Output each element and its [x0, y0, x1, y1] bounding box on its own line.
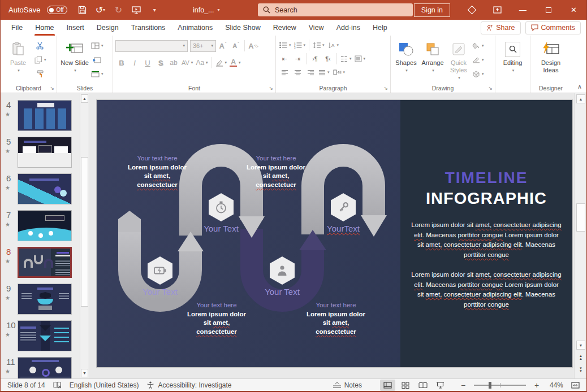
cut-button[interactable]: [33, 40, 48, 52]
justify-button[interactable]: ▾: [317, 66, 331, 79]
start-slideshow-button[interactable]: [128, 0, 144, 20]
tab-design[interactable]: Design: [90, 20, 125, 36]
slide-layout-button[interactable]: ▾: [90, 40, 105, 52]
fit-slide-to-window-button[interactable]: [568, 380, 583, 391]
zoom-level[interactable]: 44%: [544, 381, 563, 389]
align-center-button[interactable]: [291, 66, 304, 79]
accessibility-status[interactable]: Accessibility: Investigate: [146, 381, 231, 389]
step-label[interactable]: Your Text: [129, 287, 191, 297]
spell-check-button[interactable]: [53, 381, 62, 389]
slide-right-panel[interactable]: TIMELINE INFOGRAPHIC Lorem ipsum dolor s…: [400, 100, 572, 367]
timeline-text-block[interactable]: Your text here Lorem ipsum dolor sit ame…: [294, 301, 378, 336]
copy-button[interactable]: ▾: [33, 54, 48, 66]
shapes-button[interactable]: Shapes ▾: [393, 38, 419, 74]
scroll-down-button[interactable]: ▼: [576, 341, 585, 350]
zoom-slider[interactable]: [474, 385, 526, 386]
slide-thumbnail[interactable]: [18, 100, 72, 131]
reading-view-button[interactable]: [415, 380, 430, 391]
step-label[interactable]: Your Text: [190, 224, 252, 233]
convert-to-smartart-button[interactable]: ▾: [332, 66, 347, 79]
maximize-button[interactable]: [536, 0, 561, 20]
paragraph-dialog-launcher[interactable]: ↘: [383, 86, 388, 91]
step-label[interactable]: Your Text: [251, 287, 313, 297]
comments-button[interactable]: Comments: [525, 21, 581, 34]
new-slide-button[interactable]: New Slide ▾: [59, 38, 90, 74]
slide-body-text[interactable]: Lorem ipsum dolor sit amet, consectetuer…: [411, 220, 562, 310]
tab-transitions[interactable]: Transitions: [125, 20, 172, 36]
text-shadow-button[interactable]: S: [154, 56, 167, 69]
reset-slide-button[interactable]: [90, 54, 105, 66]
strikethrough-button[interactable]: ab: [167, 56, 180, 69]
bold-button[interactable]: B: [115, 56, 128, 69]
section-button[interactable]: ▾: [90, 68, 105, 80]
decrease-indent-button[interactable]: ⇤: [278, 53, 291, 65]
paste-button[interactable]: Paste ▾: [3, 38, 33, 74]
redo-button[interactable]: ↻: [110, 0, 126, 20]
numbering-button[interactable]: 123 ▾: [293, 39, 307, 51]
slide-thumbnail[interactable]: [18, 210, 72, 241]
shape-outline-button[interactable]: ▾: [471, 54, 485, 66]
zoom-in-button[interactable]: +: [532, 381, 542, 390]
previous-slide-button[interactable]: ▲▲: [576, 355, 585, 360]
minimize-button[interactable]: —: [510, 0, 536, 20]
search-input[interactable]: [275, 6, 388, 14]
next-slide-button[interactable]: ▼▼: [576, 367, 585, 373]
close-button[interactable]: ✕: [561, 0, 586, 20]
premium-diamond-button[interactable]: [459, 0, 485, 20]
tab-insert[interactable]: Insert: [61, 20, 90, 36]
slide-thumbnail[interactable]: [18, 357, 72, 378]
font-name-combo[interactable]: ▾: [115, 40, 188, 52]
timeline-text-block[interactable]: Your text here Lorem ipsum dolor sit ame…: [115, 154, 200, 189]
change-case-button[interactable]: Aa▾: [195, 56, 209, 69]
step-label[interactable]: YourText: [312, 224, 374, 233]
normal-view-button[interactable]: [380, 380, 395, 391]
customize-quick-access-toolbar-button[interactable]: ▾: [146, 0, 162, 20]
tab-home[interactable]: Home: [29, 20, 60, 36]
tab-animations[interactable]: Animations: [171, 20, 219, 36]
timeline-text-block[interactable]: Your text here Lorem ipsum dolor sit ame…: [174, 301, 259, 336]
zoom-slider-thumb[interactable]: [489, 382, 491, 389]
slide-sorter-view-button[interactable]: [398, 380, 413, 391]
tab-slide-show[interactable]: Slide Show: [219, 20, 267, 36]
collapse-ribbon-button[interactable]: ∧: [577, 83, 582, 90]
slide-thumbnail[interactable]: [18, 137, 72, 168]
timeline-text-block[interactable]: Your text here Lorem ipsum dolor sit ame…: [234, 154, 318, 189]
notes-button[interactable]: Notes: [328, 380, 366, 391]
editing-button[interactable]: Editing ▾: [498, 38, 528, 74]
underline-button[interactable]: U: [141, 56, 154, 69]
slide-canvas[interactable]: Your Text Your Text Your Text YourText Y…: [97, 100, 572, 367]
ribbon-display-options-button[interactable]: [485, 0, 510, 20]
scrollbar-thumb[interactable]: [576, 203, 585, 232]
columns-button[interactable]: ▾: [339, 53, 353, 65]
arrange-button[interactable]: Arrange ▾: [419, 38, 446, 74]
sign-in-button[interactable]: Sign in: [414, 3, 450, 17]
clipboard-dialog-launcher[interactable]: ↘: [50, 86, 54, 91]
design-ideas-button[interactable]: Design Ideas: [534, 38, 567, 74]
drawing-dialog-launcher[interactable]: ↘: [488, 86, 493, 91]
slide-thumbnail[interactable]: [18, 247, 72, 278]
document-title-control[interactable]: info_... ▾: [193, 0, 220, 20]
character-spacing-button[interactable]: AV▾: [180, 56, 194, 69]
bullets-button[interactable]: ▾: [278, 39, 292, 51]
align-left-button[interactable]: [278, 66, 291, 79]
tab-review[interactable]: Review: [267, 20, 303, 36]
slide-thumbnail[interactable]: [18, 173, 72, 204]
font-size-combo[interactable]: 36+▾: [190, 40, 216, 52]
search-box[interactable]: [258, 3, 413, 16]
thumbnail-scrollbar-thumb[interactable]: [81, 157, 88, 307]
format-painter-button[interactable]: [33, 68, 48, 80]
italic-button[interactable]: I: [128, 56, 141, 69]
ltr-button[interactable]: ›¶: [309, 53, 321, 65]
undo-button[interactable]: ↺▾: [92, 0, 108, 20]
quick-styles-button[interactable]: Quick Styles ▾: [446, 38, 471, 81]
tab-file[interactable]: File: [5, 20, 29, 36]
language-indicator[interactable]: English (United States): [70, 381, 139, 389]
zoom-out-button[interactable]: −: [458, 381, 468, 390]
shape-effects-button[interactable]: ▾: [471, 68, 485, 80]
line-spacing-button[interactable]: ▾: [312, 39, 326, 51]
tab-add-ins[interactable]: Add-ins: [330, 20, 366, 36]
thumbnail-scroll-down-button[interactable]: ▼: [81, 369, 88, 377]
shape-fill-button[interactable]: ▾: [471, 40, 485, 52]
align-text-button[interactable]: ▾: [353, 53, 367, 65]
slideshow-view-button[interactable]: [433, 380, 448, 391]
